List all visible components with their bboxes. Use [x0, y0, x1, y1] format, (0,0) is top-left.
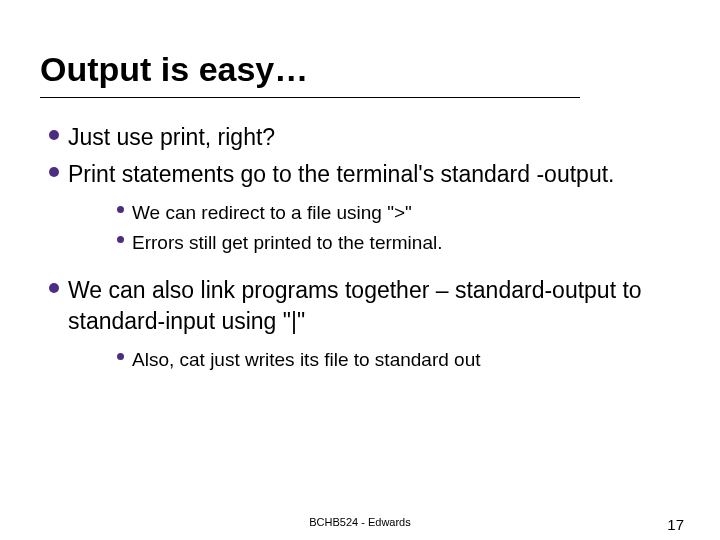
bullet-text: We can redirect to a file using ">" — [132, 200, 680, 226]
bullet-icon — [108, 230, 132, 243]
list-item: We can redirect to a file using ">" — [68, 200, 680, 226]
list-item: We can also link programs together – sta… — [40, 275, 680, 387]
slide: Output is easy… Just use print, right? P… — [0, 0, 720, 540]
bullet-icon — [40, 122, 68, 140]
bullet-text-line: Print statements go to the terminal's st… — [68, 161, 614, 187]
bullet-text-line: We can also link programs together – sta… — [68, 277, 642, 334]
list-item: Errors still get printed to the terminal… — [68, 230, 680, 256]
bullet-text: Print statements go to the terminal's st… — [68, 159, 680, 269]
bullet-text: Errors still get printed to the terminal… — [132, 230, 680, 256]
footer-center-text: BCHB524 - Edwards — [0, 516, 720, 528]
title-divider — [40, 97, 580, 98]
bullet-list-level2: We can redirect to a file using ">" Erro… — [68, 200, 680, 255]
bullet-text: Also, cat just writes its file to standa… — [132, 347, 680, 373]
bullet-icon — [108, 347, 132, 360]
list-item: Print statements go to the terminal's st… — [40, 159, 680, 269]
bullet-icon — [108, 200, 132, 213]
list-item: Also, cat just writes its file to standa… — [68, 347, 680, 373]
bullet-list-level2: Also, cat just writes its file to standa… — [68, 347, 680, 373]
bullet-text: We can also link programs together – sta… — [68, 275, 680, 387]
slide-title: Output is easy… — [40, 50, 680, 89]
slide-content: Just use print, right? Print statements … — [40, 122, 680, 387]
bullet-list-level1: Just use print, right? Print statements … — [40, 122, 680, 387]
list-item: Just use print, right? — [40, 122, 680, 153]
bullet-icon — [40, 275, 68, 293]
page-number: 17 — [667, 516, 684, 533]
bullet-icon — [40, 159, 68, 177]
bullet-text: Just use print, right? — [68, 122, 680, 153]
